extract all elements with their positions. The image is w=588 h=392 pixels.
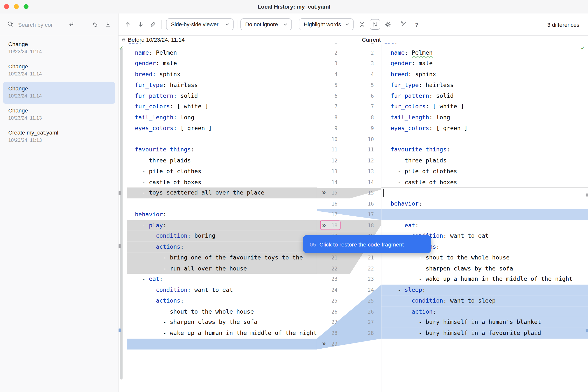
code-line-right[interactable]: - castle of boxes [382, 177, 588, 188]
apply-change-chevron[interactable]: » [322, 338, 332, 349]
history-entry-time: 10/23/24, 11:13 [8, 115, 115, 121]
search-button[interactable] [5, 19, 16, 30]
code-line-right[interactable]: - three plaids [382, 155, 588, 166]
line-number-right: 18 [353, 220, 374, 231]
line-number-left: 6 [317, 91, 337, 102]
code-line-left[interactable]: tail_length: long [127, 112, 317, 123]
code-line-right[interactable] [382, 134, 588, 144]
code-line-left[interactable]: - eat: [127, 274, 317, 285]
help-button[interactable]: ? [411, 19, 422, 30]
settings-button[interactable] [382, 19, 393, 30]
code-line-left[interactable]: fur_colors: [ white ] [127, 102, 317, 112]
search-input[interactable] [17, 20, 66, 29]
code-line-left[interactable]: fur_type: hairless [127, 80, 317, 91]
code-line-right[interactable]: - pile of clothes [382, 166, 588, 177]
history-entry[interactable]: Change10/23/24, 11:14 [3, 60, 115, 82]
revert-button[interactable] [90, 19, 100, 30]
code-line-left[interactable]: breed: sphinx [127, 69, 317, 80]
code-line-right[interactable]: fur_pattern: solid [382, 91, 588, 102]
inspections-ok-icon[interactable]: ✓ [119, 44, 124, 52]
code-line-right[interactable]: - shout to the whole house [382, 252, 588, 263]
search-history-button[interactable] [66, 19, 76, 30]
line-number-left: 17 [317, 209, 337, 220]
code-line-right[interactable] [382, 338, 588, 349]
external-tools-button[interactable] [398, 19, 409, 30]
code-line-left[interactable]: - play: [127, 220, 317, 231]
ignore-policy-label: Do not ignore [245, 21, 278, 27]
ignore-policy-select[interactable]: Do not ignore [240, 18, 292, 30]
code-line-left[interactable]: actions: [127, 296, 317, 306]
code-line-left[interactable]: - castle of boxes [127, 177, 317, 188]
code-line-left[interactable]: - toys scattered all over the place [127, 188, 317, 198]
code-line-left[interactable]: - pile of clothes [127, 166, 317, 177]
code-line-right[interactable]: name: Pelmen [382, 48, 588, 58]
code-line-right[interactable]: - wake up a human in the middle of the n… [382, 274, 588, 285]
code-line-right[interactable]: - bury himself in a favourite plaid [382, 328, 588, 338]
code-line-left[interactable]: fur_pattern: solid [127, 91, 317, 102]
line-number-right: 15 [353, 188, 374, 198]
code-line-right[interactable]: fur_colors: [ white ] [382, 102, 588, 112]
code-line-right[interactable]: - sleep: [382, 285, 588, 296]
code-line-left[interactable]: favourite_things: [127, 144, 317, 155]
diff-right-pane[interactable]: cat: name: Pelmen gender: male breed: sp… [382, 0, 588, 392]
history-entry[interactable]: Create my_cat.yaml10/23/24, 11:13 [3, 126, 115, 148]
code-line-right[interactable]: - sharpen claws by the sofa [382, 263, 588, 274]
line-number-right: 12 [353, 155, 374, 166]
edit-source-button[interactable] [148, 19, 158, 30]
code-line-right[interactable]: breed: sphinx [382, 69, 588, 80]
code-line-right[interactable]: tail_length: long [382, 112, 588, 123]
local-history-window: cat: name: Pelmen gender: male breed: sp… [0, 0, 588, 392]
viewer-mode-label: Side-by-side viewer [171, 21, 218, 27]
create-patch-button[interactable] [103, 19, 113, 30]
highlight-mode-select[interactable]: Highlight words [299, 18, 354, 30]
history-entry[interactable]: Change10/23/24, 11:14 [3, 82, 115, 104]
code-line-left[interactable]: - run all over the house [127, 263, 317, 274]
code-line-left[interactable]: - three plaids [127, 155, 317, 166]
code-line-right[interactable]: fur_type: hairless [382, 80, 588, 91]
code-line-left[interactable]: condition: want to eat [127, 285, 317, 296]
line-number-right: 17 [353, 209, 374, 220]
chevron-down-icon [224, 21, 230, 27]
code-line-right[interactable] [382, 209, 588, 220]
code-line-left[interactable]: name: Pelmen [127, 48, 317, 58]
sync-scroll-toggle[interactable] [370, 19, 380, 30]
code-line-left[interactable]: behavior: [127, 209, 317, 220]
toolbar-separator [237, 20, 238, 29]
history-entry[interactable]: Change10/23/24, 11:14 [3, 38, 115, 60]
code-line-right[interactable]: favourite_things: [382, 144, 588, 155]
code-line-right[interactable]: eyes_colors: [ green ] [382, 123, 588, 134]
viewer-mode-select[interactable]: Side-by-side viewer [166, 18, 234, 30]
change-marker [118, 244, 121, 248]
next-difference-button[interactable] [136, 19, 146, 30]
code-line-right[interactable]: gender: male [382, 58, 588, 69]
tooltip-prefix: 05 [310, 241, 316, 247]
code-line-right[interactable]: behavior: [382, 198, 588, 209]
collapse-unchanged-button[interactable] [357, 19, 368, 30]
sidebar-divider [118, 14, 118, 392]
toolbar: Side-by-side viewer Do not ignore Highli… [0, 14, 588, 36]
previous-difference-button[interactable] [123, 19, 133, 30]
code-line-left[interactable]: - wake up a human in the middle of the n… [127, 328, 317, 338]
code-line-right[interactable] [382, 188, 588, 198]
code-line-left[interactable]: - bring one of the favourite toys to the [127, 252, 317, 263]
diff-left-pane[interactable]: cat: name: Pelmen gender: male breed: sp… [127, 0, 317, 392]
history-entry[interactable]: Change10/23/24, 11:13 [3, 104, 115, 126]
code-line-left[interactable]: gender: male [127, 58, 317, 69]
code-line-right[interactable]: condition: want to sleep [382, 296, 588, 306]
code-line-right[interactable]: - bury himself in a human's blanket [382, 317, 588, 328]
code-line-left[interactable]: eyes_colors: [ green ] [127, 123, 317, 134]
apply-change-chevron[interactable]: » [322, 188, 332, 198]
restore-fragment-tooltip[interactable]: 05 Click to restore the code fragment [303, 235, 431, 253]
inspections-ok-icon[interactable]: ✓ [580, 44, 585, 52]
code-line-left[interactable]: - shout to the whole house [127, 306, 317, 317]
code-line-right[interactable]: action: [382, 306, 588, 317]
code-line-left[interactable]: - sharpen claws by the sofa [127, 317, 317, 328]
code-line-left[interactable]: condition: boring [127, 231, 317, 242]
code-line-right[interactable]: - eat: [382, 220, 588, 231]
line-number-left: 11 [317, 144, 337, 155]
code-line-left[interactable] [127, 134, 317, 144]
code-line-left[interactable] [127, 338, 317, 349]
apply-change-chevron[interactable]: » [322, 220, 332, 231]
code-line-left[interactable]: actions: [127, 242, 317, 252]
code-line-left[interactable] [127, 198, 317, 209]
